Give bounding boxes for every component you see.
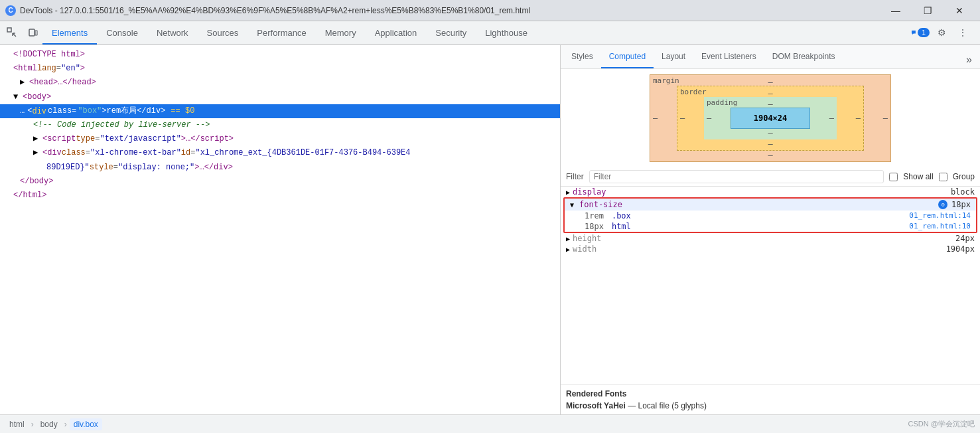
settings-button[interactable]: ⚙ <box>932 23 951 42</box>
dom-line-ext-bar[interactable]: ▶ <div class = "xl-chrome-ext-bar" id = … <box>0 146 560 160</box>
breadcrumb-bar: html › body › div.box CSDN @学会沉淀吧 <box>0 414 980 433</box>
right-panel: Styles Computed Layout Event Listeners D… <box>561 45 980 414</box>
tab-styles[interactable]: Styles <box>563 46 601 68</box>
sub-src-14[interactable]: 01_rem.html:14 <box>909 211 971 220</box>
chat-badge: 1 <box>918 28 930 37</box>
width-expand[interactable] <box>566 246 573 253</box>
tab-lighthouse[interactable]: Lighthouse <box>476 22 537 44</box>
box-model-padding: padding – – – – 1904×24 <box>704 97 837 139</box>
page-title: DevTools - 127.0.0.1:5501/16_%E5%AA%92%E… <box>20 6 880 15</box>
tab-dom-breakpoints[interactable]: DOM Breakpoints <box>764 46 843 68</box>
svg-rect-1 <box>29 29 35 36</box>
sub-src-10[interactable]: 01_rem.html:10 <box>909 222 971 231</box>
maximize-button[interactable]: ❐ <box>912 0 943 21</box>
rendered-fonts-section: Rendered Fonts Microsoft YaHei — Local f… <box>561 385 980 414</box>
padding-label: padding <box>707 98 737 107</box>
tab-elements[interactable]: Elements <box>42 22 97 44</box>
display-expand[interactable] <box>566 189 573 196</box>
dom-line-html: <html lang = "en" > <box>0 62 560 76</box>
title-bar: C DevTools - 127.0.0.1:5501/16_%E5%AA%92… <box>0 0 980 21</box>
right-tab-bar: Styles Computed Layout Event Listeners D… <box>561 45 980 69</box>
filter-input[interactable] <box>589 170 884 183</box>
tab-event-listeners[interactable]: Event Listeners <box>693 46 764 68</box>
svg-rect-0 <box>7 28 11 32</box>
expand-ext-arrow[interactable]: ▶ <box>33 147 41 159</box>
margin-label: margin <box>653 76 679 85</box>
right-panel-more[interactable]: » <box>961 51 977 68</box>
breadcrumb-body[interactable]: body <box>36 418 62 430</box>
box-model: margin – – – – border – – – – <box>650 74 891 162</box>
tab-security[interactable]: Security <box>426 22 476 44</box>
dom-tree: <!DOCTYPE html> <html lang = "en" > ▶ <h… <box>0 45 560 414</box>
tab-sources[interactable]: Sources <box>198 22 248 44</box>
breadcrumb-sep-2: › <box>64 420 67 429</box>
box-model-content: 1904×24 <box>731 108 810 129</box>
breadcrumb-html[interactable]: html <box>5 418 29 430</box>
height-prop-val: 24px <box>955 234 975 243</box>
dom-line-div-box[interactable]: … < div class= "box" >rem布局</div> == $0 <box>0 104 560 118</box>
display-prop-val: block <box>951 187 975 197</box>
doctype-tag: <!DOCTYPE html> <box>13 48 85 61</box>
box-model-area: margin – – – – border – – – – <box>561 69 980 167</box>
device-toolbar-button[interactable] <box>24 23 42 42</box>
dom-line-html-close: </html> <box>0 189 560 203</box>
breadcrumb-right-text: CSDN @学会沉淀吧 <box>908 419 975 429</box>
box-model-border: border – – – – padding – – – – <box>677 86 864 151</box>
dom-line-doctype: <!DOCTYPE html> <box>0 48 560 62</box>
font-size-expand[interactable] <box>570 201 577 209</box>
rendered-fonts-detail: Microsoft YaHei — Local file (5 glyphs) <box>566 401 975 410</box>
filter-bar: Filter Show all Group <box>561 167 980 187</box>
tab-layout[interactable]: Layout <box>654 46 693 68</box>
show-all-label[interactable]: Show all <box>903 172 933 181</box>
tab-application[interactable]: Application <box>366 22 427 44</box>
close-button[interactable]: ✕ <box>944 0 975 21</box>
font-size-highlight-box: font-size ⊙ 18px 1rem .box 01_rem.html:1… <box>563 197 977 233</box>
prop-height-row: height 24px <box>561 233 980 244</box>
height-prop-name: height <box>573 234 601 243</box>
more-button[interactable]: ⋮ <box>953 23 972 42</box>
prop-display-row: display block <box>561 187 980 197</box>
sub-prop-1rem: 1rem <box>585 211 604 220</box>
tab-memory[interactable]: Memory <box>316 22 366 44</box>
rendered-fonts-label: Rendered Fonts <box>566 389 975 398</box>
expand-head-arrow[interactable]: ▶ <box>20 76 28 89</box>
element-picker-button[interactable] <box>3 23 21 42</box>
prop-font-size-sub-1rem: 1rem .box 01_rem.html:14 <box>565 211 976 221</box>
font-detail: — Local file (5 glyphs) <box>628 401 707 410</box>
show-all-checkbox[interactable] <box>889 173 898 181</box>
window-controls: — ❐ ✕ <box>880 0 975 21</box>
display-prop-name: display <box>573 187 845 197</box>
dom-line-comment: <!-- Code injected by live-server --> <box>0 118 560 132</box>
tab-performance[interactable]: Performance <box>247 22 315 44</box>
prop-font-size-sub-18px: 18px html 01_rem.html:10 <box>565 221 976 232</box>
expand-script-arrow[interactable]: ▶ <box>33 133 41 145</box>
sub-sel-box: .box <box>612 211 631 220</box>
breadcrumb-div-box[interactable]: div.box <box>70 418 102 430</box>
height-expand[interactable] <box>566 235 573 242</box>
font-size-prop-val: 18px <box>951 200 971 209</box>
border-label: border <box>680 88 707 96</box>
group-checkbox[interactable] <box>939 173 947 181</box>
css-properties-panel: display block font-size ⊙ 18px <box>561 187 980 385</box>
width-prop-name: width <box>573 244 596 254</box>
tab-console[interactable]: Console <box>97 22 147 44</box>
chat-button[interactable]: 1 <box>911 23 930 42</box>
box-model-margin: margin – – – – border – – – – <box>650 74 891 162</box>
dom-line-body-close: </body> <box>0 175 560 189</box>
sub-sel-html: html <box>612 222 631 231</box>
dom-line-head[interactable]: ▶ <head>…</head> <box>0 76 560 90</box>
svg-rect-2 <box>35 31 37 35</box>
tab-computed[interactable]: Computed <box>601 46 654 68</box>
font-size-prop-name: font-size <box>579 200 622 209</box>
dom-line-script[interactable]: ▶ <script type = "text/javascript" >…</s… <box>0 132 560 146</box>
favicon-icon: C <box>5 5 16 16</box>
filter-label: Filter <box>566 172 584 181</box>
group-label[interactable]: Group <box>953 172 975 181</box>
expand-body-arrow[interactable]: ▼ <box>13 91 21 104</box>
tab-network[interactable]: Network <box>147 22 198 44</box>
breadcrumb-sep-1: › <box>31 420 34 429</box>
minimize-button[interactable]: — <box>880 0 911 21</box>
dom-panel: <!DOCTYPE html> <html lang = "en" > ▶ <h… <box>0 45 561 414</box>
dom-line-body-open[interactable]: ▼ <body> <box>0 90 560 104</box>
main-layout: <!DOCTYPE html> <html lang = "en" > ▶ <h… <box>0 45 980 414</box>
